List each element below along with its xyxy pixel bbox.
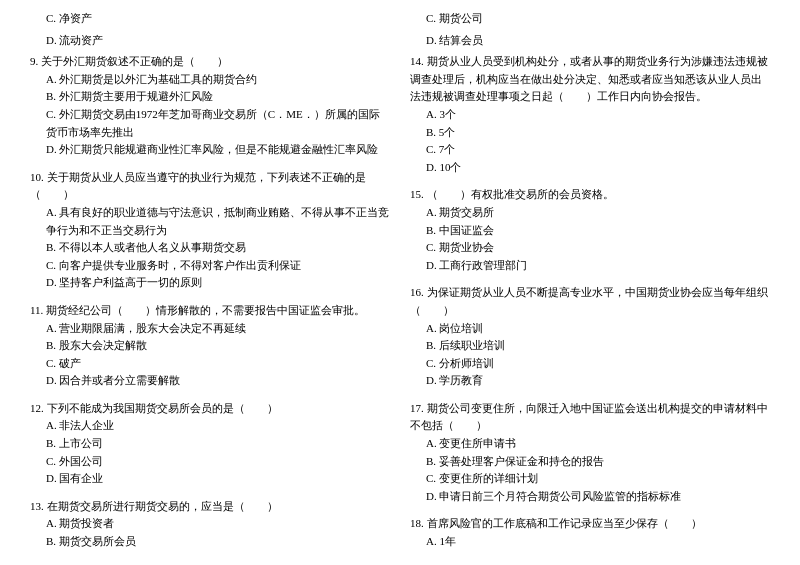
answer-option: C. 外汇期货交易由1972年芝加哥商业交易所（C．ME．）所属的国际货币市场率… (30, 106, 390, 141)
answer-option: D. 国有企业 (30, 470, 390, 488)
question-title: 9. 关于外汇期货叙述不正确的是（ ） (30, 53, 390, 71)
question-block: 18. 首席风险官的工作底稿和工作记录应当至少保存（ ）A. 1年 (410, 515, 770, 550)
answer-option: C. 外国公司 (30, 453, 390, 471)
answer-option: C. 向客户提供专业服务时，不得对客户作出贡利保证 (30, 257, 390, 275)
answer-option: A. 期货交易所 (410, 204, 770, 222)
question-block: 10. 关于期货从业人员应当遵守的执业行为规范，下列表述不正确的是（ ）A. 具… (30, 169, 390, 292)
answer-option: C. 变更住所的详细计划 (410, 470, 770, 488)
answer-option: D. 10个 (410, 159, 770, 177)
answer-option: B. 股东大会决定解散 (30, 337, 390, 355)
answer-option: A. 1年 (410, 533, 770, 551)
answer-option: B. 上市公司 (30, 435, 390, 453)
question-block: 13. 在期货交易所进行期货交易的，应当是（ ）A. 期货投资者B. 期货交易所… (30, 498, 390, 551)
answer-option: B. 不得以本人或者他人名义从事期货交易 (30, 239, 390, 257)
answer-option: B. 妥善处理客户保证金和持仓的报告 (410, 453, 770, 471)
question-title: 13. 在期货交易所进行期货交易的，应当是（ ） (30, 498, 390, 516)
answer-option: B. 外汇期货主要用于规避外汇风险 (30, 88, 390, 106)
question-block: 12. 下列不能成为我国期货交易所会员的是（ ）A. 非法人企业B. 上市公司C… (30, 400, 390, 488)
left-column: C. 净资产D. 流动资产9. 关于外汇期货叙述不正确的是（ ）A. 外汇期货是… (30, 10, 390, 557)
answer-option: A. 营业期限届满，股东大会决定不再延续 (30, 320, 390, 338)
answer-option: D. 申请日前三个月符合期货公司风险监管的指标标准 (410, 488, 770, 506)
answer-option: B. 后续职业培训 (410, 337, 770, 355)
answer-option: A. 岗位培训 (410, 320, 770, 338)
answer-option: C. 7个 (410, 141, 770, 159)
answer-option: C. 期货业协会 (410, 239, 770, 257)
question-block: 14. 期货从业人员受到机构处分，或者从事的期货业务行为涉嫌违法违规被调查处理后… (410, 53, 770, 176)
question-block: 11. 期货经纪公司（ ）情形解散的，不需要报告中国证监会审批。A. 营业期限届… (30, 302, 390, 390)
question-title: 12. 下列不能成为我国期货交易所会员的是（ ） (30, 400, 390, 418)
question-block: 9. 关于外汇期货叙述不正确的是（ ）A. 外汇期货是以外汇为基础工具的期货合约… (30, 53, 390, 159)
answer-option: D. 坚持客户利益高于一切的原则 (30, 274, 390, 292)
answer-option: A. 具有良好的职业道德与守法意识，抵制商业贿赂、不得从事不正当竞争行为和不正当… (30, 204, 390, 239)
answer-option: D. 因合并或者分立需要解散 (30, 372, 390, 390)
answer-option: D. 外汇期货只能规避商业性汇率风险，但是不能规避金融性汇率风险 (30, 141, 390, 159)
answer-option: C. 期货公司 (410, 10, 770, 28)
question-block: 17. 期货公司变更住所，向限迁入地中国证监会送出机构提交的申请材料中不包括（ … (410, 400, 770, 506)
right-column: C. 期货公司D. 结算会员14. 期货从业人员受到机构处分，或者从事的期货业务… (410, 10, 770, 557)
question-title: 15. （ ）有权批准交易所的会员资格。 (410, 186, 770, 204)
answer-option: D. 流动资产 (30, 32, 390, 50)
answer-option: D. 工商行政管理部门 (410, 257, 770, 275)
answer-option: C. 破产 (30, 355, 390, 373)
answer-option: D. 结算会员 (410, 32, 770, 50)
question-title: 17. 期货公司变更住所，向限迁入地中国证监会送出机构提交的申请材料中不包括（ … (410, 400, 770, 435)
question-block: 15. （ ）有权批准交易所的会员资格。A. 期货交易所B. 中国证监会C. 期… (410, 186, 770, 274)
question-title: 10. 关于期货从业人员应当遵守的执业行为规范，下列表述不正确的是（ ） (30, 169, 390, 204)
answer-option: A. 期货投资者 (30, 515, 390, 533)
question-title: 18. 首席风险官的工作底稿和工作记录应当至少保存（ ） (410, 515, 770, 533)
answer-option: B. 5个 (410, 124, 770, 142)
answer-option: A. 变更住所申请书 (410, 435, 770, 453)
question-block: 16. 为保证期货从业人员不断提高专业水平，中国期货业协会应当每年组织（ ）A.… (410, 284, 770, 390)
answer-option: C. 分析师培训 (410, 355, 770, 373)
answer-option: B. 期货交易所会员 (30, 533, 390, 551)
page-content: C. 净资产D. 流动资产9. 关于外汇期货叙述不正确的是（ ）A. 外汇期货是… (30, 10, 770, 557)
question-title: 14. 期货从业人员受到机构处分，或者从事的期货业务行为涉嫌违法违规被调查处理后… (410, 53, 770, 106)
answer-option: C. 净资产 (30, 10, 390, 28)
question-title: 11. 期货经纪公司（ ）情形解散的，不需要报告中国证监会审批。 (30, 302, 390, 320)
answer-option: B. 中国证监会 (410, 222, 770, 240)
question-title: 16. 为保证期货从业人员不断提高专业水平，中国期货业协会应当每年组织（ ） (410, 284, 770, 319)
answer-option: D. 学历教育 (410, 372, 770, 390)
answer-option: A. 3个 (410, 106, 770, 124)
answer-option: A. 非法人企业 (30, 417, 390, 435)
answer-option: A. 外汇期货是以外汇为基础工具的期货合约 (30, 71, 390, 89)
